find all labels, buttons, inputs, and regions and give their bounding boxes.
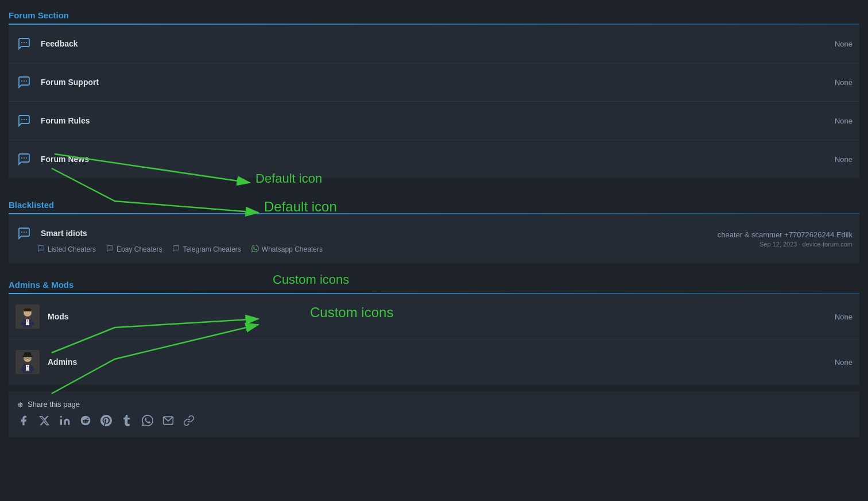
sublink-label-whatsapp: Whatsapp Cheaters (262, 245, 323, 253)
forum-last-post-rules: None (835, 117, 852, 125)
forum-custom-icon-admins (16, 350, 40, 374)
svg-point-11 (26, 157, 27, 159)
forum-chat-icon-feedback (16, 35, 33, 52)
share-twitter-x-icon[interactable] (38, 415, 50, 429)
forum-row-smart-idiots[interactable]: Smart idiots Listed Cheaters (9, 214, 859, 264)
forum-last-post-feedback: None (835, 40, 852, 48)
last-post-text: cheater & scammer +77072626244 Edilk (718, 230, 852, 239)
blacklisted-section-title: Blacklisted (9, 195, 859, 213)
svg-point-4 (24, 80, 25, 82)
svg-point-15 (24, 232, 25, 233)
svg-point-0 (21, 42, 22, 43)
forum-title-admins: Admins (48, 357, 77, 367)
svg-point-8 (26, 119, 27, 120)
forum-section-title: Forum Section (9, 6, 859, 24)
share-whatsapp-icon[interactable] (142, 415, 153, 429)
svg-point-2 (26, 42, 27, 43)
forum-title-news: Forum News (41, 155, 89, 164)
share-pinterest-icon[interactable] (100, 415, 112, 429)
share-section: ⎈ Share this page (9, 391, 859, 437)
forum-row-admins[interactable]: Admins None (9, 340, 859, 384)
sublink-telegram-cheaters[interactable]: Telegram Cheaters (172, 245, 241, 253)
sublink-icon-ebay (106, 245, 114, 253)
forum-last-post-mods: None (835, 313, 852, 321)
sublink-label-listed: Listed Cheaters (48, 245, 96, 253)
share-linkedin-icon[interactable] (59, 415, 71, 429)
forum-row-feedback[interactable]: Feedback None (9, 25, 859, 63)
share-facebook-icon[interactable] (18, 415, 29, 429)
forum-row-rules[interactable]: Forum Rules None (9, 102, 859, 140)
forum-title-rules: Forum Rules (41, 116, 90, 125)
share-link-icon[interactable] (183, 415, 195, 429)
forum-row-news[interactable]: Forum News None (9, 140, 859, 178)
forum-last-post-support: None (835, 78, 852, 87)
forum-chat-icon-smart-idiots (16, 225, 33, 242)
forum-title-feedback: Feedback (41, 39, 78, 48)
svg-point-5 (26, 80, 27, 82)
forum-chat-icon-news (16, 151, 33, 168)
forum-chat-icon-support (16, 74, 33, 91)
svg-point-16 (26, 232, 27, 233)
forum-sublinks-smart-idiots: Listed Cheaters Ebay Cheaters (37, 245, 323, 253)
sublink-icon-listed (37, 245, 45, 253)
share-title-text: Share this page (28, 400, 80, 408)
forum-last-post-admins: None (835, 358, 852, 367)
svg-point-30 (60, 416, 62, 418)
sublink-icon-whatsapp (251, 245, 259, 253)
svg-rect-24 (24, 352, 31, 357)
forum-title-smart-idiots: Smart idiots (41, 229, 87, 238)
forum-title-mods: Mods (48, 312, 69, 321)
sublink-whatsapp-cheaters[interactable]: Whatsapp Cheaters (251, 245, 323, 253)
forum-row-support[interactable]: Forum Support None (9, 63, 859, 102)
forum-last-post-news: None (835, 155, 852, 164)
share-tumblr-icon[interactable] (121, 415, 133, 429)
share-icon-symbol: ⎈ (18, 399, 23, 409)
forum-section-rows: Feedback None Forum Support (9, 25, 859, 178)
forum-last-post-smart-idiots: cheater & scammer +77072626244 Edilk Sep… (718, 230, 852, 248)
forum-custom-icon-mods (16, 305, 40, 329)
sublink-listed-cheaters[interactable]: Listed Cheaters (37, 245, 96, 253)
svg-point-1 (24, 42, 25, 43)
share-title: ⎈ Share this page (18, 399, 850, 409)
forum-chat-icon-rules (16, 112, 33, 129)
last-post-date: Sep 12, 2023 · device-forum.com (718, 241, 852, 248)
admins-mods-section-title: Admins & Mods (9, 275, 73, 293)
svg-point-6 (21, 119, 22, 120)
svg-point-7 (24, 119, 25, 120)
svg-point-14 (21, 232, 22, 233)
svg-point-9 (21, 157, 22, 159)
share-email-icon[interactable] (162, 415, 174, 429)
sublink-label-telegram: Telegram Cheaters (183, 245, 241, 253)
sublink-ebay-cheaters[interactable]: Ebay Cheaters (106, 245, 162, 253)
svg-point-10 (24, 157, 25, 159)
forum-title-support: Forum Support (41, 78, 99, 87)
svg-point-3 (21, 80, 22, 82)
sublink-label-ebay: Ebay Cheaters (117, 245, 162, 253)
sublink-icon-telegram (172, 245, 180, 253)
forum-row-mods[interactable]: Mods None (9, 294, 859, 340)
share-reddit-icon[interactable] (80, 415, 91, 429)
share-icons-list (18, 415, 850, 429)
